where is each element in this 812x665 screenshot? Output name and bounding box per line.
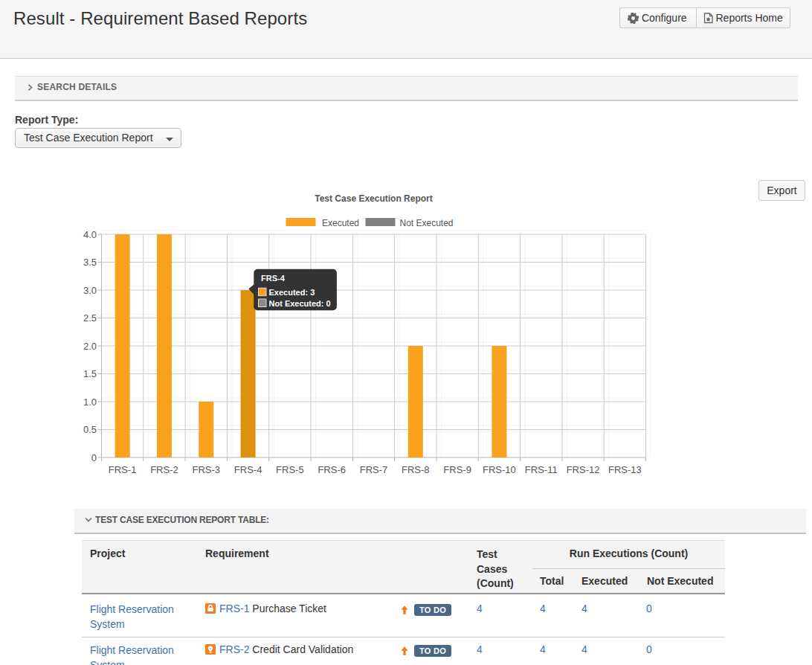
svg-text:FRS-6: FRS-6: [318, 464, 346, 475]
svg-text:FRS-10: FRS-10: [483, 464, 516, 475]
svg-text:FRS-13: FRS-13: [608, 464, 642, 475]
svg-text:0: 0: [91, 452, 97, 463]
svg-text:FRS-8: FRS-8: [402, 464, 430, 475]
svg-text:FRS-11: FRS-11: [525, 464, 558, 475]
svg-text:FRS-1: FRS-1: [109, 464, 137, 475]
svg-text:Executed: 3: Executed: 3: [269, 288, 315, 297]
svg-text:3.5: 3.5: [83, 257, 97, 268]
svg-text:FRS-4: FRS-4: [234, 464, 262, 475]
svg-text:Executed: Executed: [322, 218, 359, 228]
svg-text:1.5: 1.5: [83, 368, 97, 379]
svg-text:FRS-5: FRS-5: [276, 464, 304, 475]
svg-text:2.0: 2.0: [83, 341, 97, 352]
svg-text:3.0: 3.0: [83, 285, 97, 296]
svg-text:FRS-7: FRS-7: [360, 464, 388, 475]
svg-text:2.5: 2.5: [83, 312, 97, 324]
svg-text:Not Executed: Not Executed: [400, 218, 454, 228]
svg-text:Test Case Execution Report: Test Case Execution Report: [315, 193, 432, 204]
svg-text:0.5: 0.5: [83, 424, 97, 435]
svg-text:FRS-2: FRS-2: [150, 464, 178, 475]
svg-text:FRS-4: FRS-4: [261, 274, 286, 283]
svg-text:Not Executed: 0: Not Executed: 0: [269, 299, 331, 308]
svg-text:1.0: 1.0: [83, 396, 97, 408]
svg-text:FRS-12: FRS-12: [567, 464, 600, 475]
svg-text:FRS-3: FRS-3: [192, 464, 220, 475]
svg-text:4.0: 4.0: [83, 229, 97, 240]
svg-text:FRS-9: FRS-9: [443, 464, 471, 475]
